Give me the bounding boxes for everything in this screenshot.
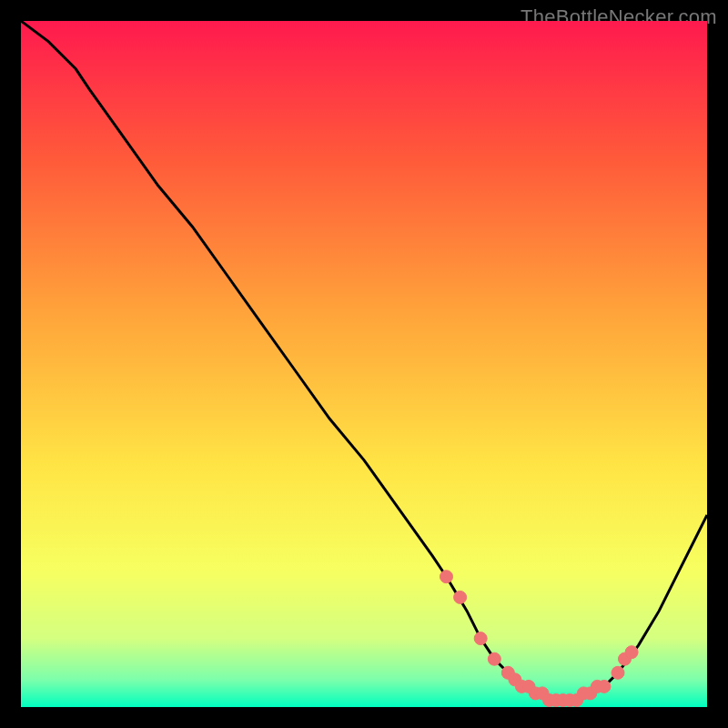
marker-point (612, 666, 624, 679)
marker-point (454, 591, 467, 603)
marker-point (625, 646, 638, 659)
chart-frame: TheBottleNecker.com (0, 0, 728, 728)
marker-point (440, 571, 453, 583)
marker-point (488, 652, 500, 665)
marker-point (474, 632, 487, 645)
chart-svg (21, 21, 707, 707)
marker-point (598, 680, 611, 693)
gradient-background (21, 21, 707, 707)
plot-area (21, 21, 707, 707)
